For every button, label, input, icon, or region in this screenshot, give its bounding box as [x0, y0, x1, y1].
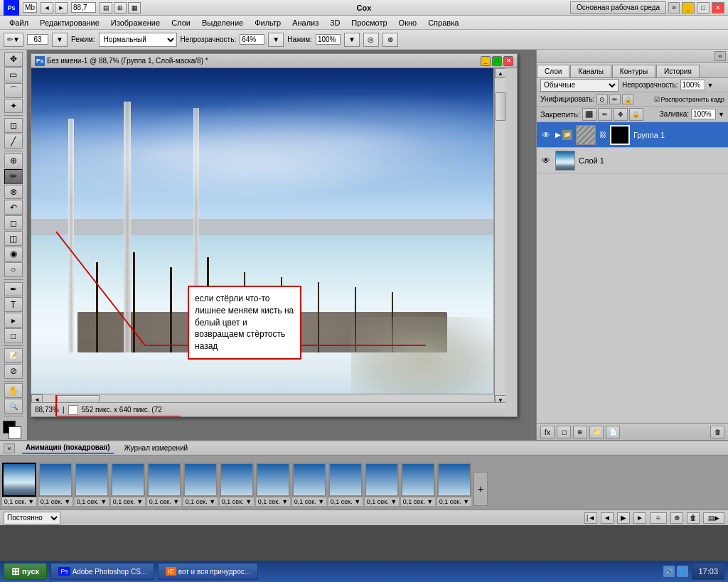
doc-minimize-btn[interactable]: _	[481, 56, 491, 66]
frame-item-8[interactable]: 0,1 сек. ▼	[256, 463, 290, 506]
zoom-input[interactable]: 88,7	[71, 2, 96, 13]
quick-select-tool[interactable]: ✦	[4, 99, 23, 114]
clone-tool[interactable]: ⊗	[4, 185, 23, 200]
history-brush-tool[interactable]: ↶	[4, 200, 23, 215]
tab-measure[interactable]: Журнал измерений	[121, 443, 192, 453]
background-color[interactable]	[9, 426, 21, 439]
loop-select[interactable]: Постоянно	[4, 512, 60, 524]
frame-item-3[interactable]: 0,1 сек. ▼	[75, 463, 109, 506]
add-frame-btn[interactable]: +	[473, 472, 488, 506]
lock-transparent-btn[interactable]: ⬛	[582, 108, 596, 121]
view-btn1[interactable]: ▤	[100, 2, 112, 14]
add-style-btn[interactable]: fx	[540, 426, 555, 438]
frame-item-6[interactable]: 0,1 сек. ▼	[183, 463, 218, 506]
tool-preset-btn[interactable]: ✏▼	[4, 33, 23, 47]
menu-view[interactable]: Просмотр	[346, 17, 392, 28]
dodge-tool[interactable]: ○	[4, 262, 23, 277]
canvas-scrollbar-v[interactable]: ▲ ▼	[494, 68, 505, 405]
menu-image[interactable]: Изображение	[105, 17, 166, 28]
lock-image-btn[interactable]: ✏	[598, 108, 612, 121]
unify-btn3[interactable]: 🔒	[622, 95, 633, 104]
path-select-tool[interactable]: ▸	[4, 313, 23, 328]
eyedropper-tool[interactable]: ╱	[4, 134, 23, 149]
duplicate-frame-btn[interactable]: ⊕	[670, 512, 683, 524]
frame-item-5[interactable]: 0,1 сек. ▼	[147, 463, 181, 506]
layer-visibility-1[interactable]: 👁	[540, 155, 552, 166]
maximize-btn[interactable]: □	[697, 2, 710, 14]
frame-item-11[interactable]: 0,1 сек. ▼	[365, 463, 399, 506]
tab-animation[interactable]: Анимация (покадровая)	[22, 442, 114, 454]
menu-help[interactable]: Справка	[422, 17, 464, 28]
fill-value[interactable]: 100%	[691, 109, 716, 119]
brush-picker-btn[interactable]: ▼	[52, 33, 68, 47]
menu-edit[interactable]: Редактирование	[34, 17, 105, 28]
panel-collapse-btn[interactable]: »	[714, 51, 726, 61]
taskbar-photoshop[interactable]: Ps Adobe Photoshop CS...	[50, 563, 154, 580]
tab-layers[interactable]: Слои	[537, 65, 569, 77]
zoom-tool[interactable]: 🔍	[4, 399, 23, 414]
frame-item-4[interactable]: 0,1 сек. ▼	[111, 463, 145, 506]
mode-select[interactable]: Нормальный	[99, 33, 177, 47]
frame-item-2[interactable]: 0,1 сек. ▼	[38, 463, 73, 506]
play-btn[interactable]: ▶	[617, 512, 630, 524]
scroll-thumb-v[interactable]	[496, 92, 505, 121]
layer-item-group1[interactable]: 👁 ▶ 📁 ⛓ Группа 1	[537, 122, 728, 148]
convert-btn[interactable]: ▤▶	[703, 512, 724, 524]
taskbar-browser[interactable]: IE вот и вся причудрос...	[158, 563, 258, 580]
menu-select[interactable]: Выделение	[196, 17, 249, 28]
view-btn2[interactable]: ⊞	[114, 2, 127, 14]
frame-item-10[interactable]: 0,1 сек. ▼	[328, 463, 363, 506]
unify-btn2[interactable]: ✏	[609, 95, 621, 104]
scroll-up-arrow[interactable]: ▲	[495, 68, 505, 78]
fill-dropdown[interactable]: ▼	[718, 111, 724, 118]
lock-position-btn[interactable]: ✥	[614, 108, 628, 121]
menu-layers[interactable]: Слои	[166, 17, 196, 28]
crop-tool[interactable]: ⊡	[4, 118, 23, 133]
doc-close-btn[interactable]: ✕	[503, 56, 513, 66]
notes-tool[interactable]: 📝	[4, 348, 23, 363]
tween-btn[interactable]: ≈	[650, 512, 667, 524]
eraser-tool[interactable]: ◻	[4, 215, 23, 230]
menu-3d[interactable]: 3D	[324, 17, 346, 28]
start-button[interactable]: ⊞ пуск	[4, 563, 47, 580]
delete-layer-btn[interactable]: 🗑	[710, 426, 724, 438]
forward-btn[interactable]: ►	[55, 2, 68, 14]
minimize-btn[interactable]: _	[682, 2, 695, 14]
frame-item-12[interactable]: 0,1 сек. ▼	[401, 463, 435, 506]
lasso-tool[interactable]: ⌒	[4, 83, 23, 98]
lock-all-btn[interactable]: 🔒	[629, 108, 643, 121]
new-layer-btn[interactable]: 📄	[606, 426, 620, 438]
pen-tool[interactable]: ✒	[4, 282, 23, 297]
opacity-dropdown-icon[interactable]: ▼	[707, 82, 714, 89]
bottom-collapse-btn[interactable]: «	[4, 443, 15, 453]
frame-item-9[interactable]: 0,1 сек. ▼	[292, 463, 326, 506]
tablet-btn[interactable]: ⊗	[382, 33, 398, 47]
measure-tool[interactable]: ⊘	[4, 364, 23, 379]
view-btn3[interactable]: ▦	[128, 2, 141, 14]
heal-tool[interactable]: ⊕	[4, 153, 23, 168]
add-mask-btn[interactable]: ◻	[557, 426, 571, 438]
brush-tool[interactable]: ✏	[4, 169, 23, 184]
unify-btn1[interactable]: ⊙	[596, 95, 608, 104]
frame-item-7[interactable]: 0,1 сек. ▼	[220, 463, 254, 506]
first-frame-btn[interactable]: |◄	[584, 512, 597, 524]
move-tool[interactable]: ✥	[4, 52, 23, 67]
close-btn[interactable]: ✕	[712, 2, 724, 14]
menu-analysis[interactable]: Анализ	[287, 17, 324, 28]
prev-frame-btn[interactable]: ◄	[601, 512, 614, 524]
tab-paths[interactable]: Контуры	[612, 65, 655, 77]
flow-value[interactable]: 100%	[316, 34, 341, 45]
opacity-value[interactable]: 64%	[240, 34, 264, 45]
tab-history[interactable]: История	[656, 65, 700, 77]
back-btn[interactable]: ◄	[41, 2, 53, 14]
new-adj-btn[interactable]: ⊕	[573, 426, 587, 438]
gradient-tool[interactable]: ◫	[4, 231, 23, 246]
next-frame-btn[interactable]: ►	[633, 512, 646, 524]
frame-item-13[interactable]: 0,1 сек. ▼	[437, 463, 471, 506]
frame-item-1[interactable]: 0,1 сек. ▼	[2, 463, 36, 506]
new-group-btn[interactable]: 📁	[589, 426, 604, 438]
text-tool[interactable]: T	[4, 297, 23, 312]
workspace-button[interactable]: Основная рабочая среда	[570, 1, 666, 14]
menu-file[interactable]: Файл	[4, 17, 34, 28]
menu-window[interactable]: Окно	[393, 17, 423, 28]
